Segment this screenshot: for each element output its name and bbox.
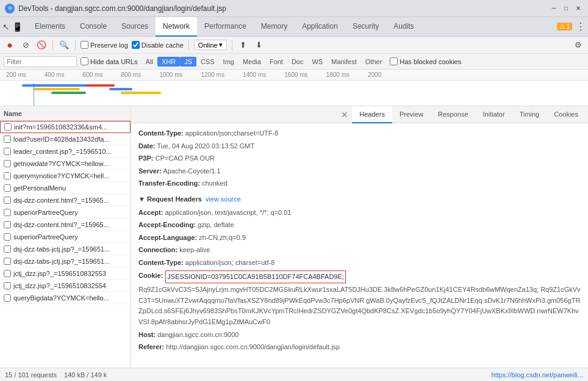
request-checkbox-0[interactable] <box>4 123 12 131</box>
filter-type-font[interactable]: Font <box>265 57 287 67</box>
tab-network[interactable]: Network <box>156 17 197 37</box>
settings-icon[interactable]: ⚙ <box>572 39 584 51</box>
req-header-content-type: Content-Type: application/json; charset=… <box>138 258 581 269</box>
export-button[interactable]: ⬇ <box>253 39 265 51</box>
has-blocked-cookies-input[interactable] <box>390 57 398 65</box>
hide-data-urls-input[interactable] <box>81 57 88 65</box>
request-item[interactable]: dsj-dzz-content.html?_=15965... <box>0 219 131 231</box>
title-bar: ⚙ DevTools - dangjian.sgcc.com.cn:9000/d… <box>0 0 588 17</box>
cursor-icon: ↖ <box>2 22 10 32</box>
request-item[interactable]: superiorPartreeQuery <box>0 231 131 243</box>
has-blocked-cookies-checkbox[interactable]: Has blocked cookies <box>390 57 461 65</box>
filter-type-other[interactable]: Other <box>361 57 387 67</box>
minimize-button[interactable]: ─ <box>549 4 559 13</box>
search-button[interactable]: 🔍 <box>58 39 70 51</box>
request-item[interactable]: getPersonalMenu <box>0 182 131 194</box>
request-checkbox-9[interactable] <box>4 233 11 241</box>
request-checkbox-2[interactable] <box>4 148 11 155</box>
request-checkbox-4[interactable] <box>4 172 11 180</box>
request-item[interactable]: querymynotice?YCYMCK=hell... <box>0 170 131 182</box>
tab-security[interactable]: Security <box>345 17 386 37</box>
hide-data-urls-checkbox[interactable]: Hide data URLs <box>81 57 138 65</box>
request-name-3: getnowdate?YCYMCK=hellow... <box>13 160 127 167</box>
tl-label-7: 1600 ms <box>284 71 307 78</box>
tab-sources[interactable]: Sources <box>114 17 156 37</box>
filter-type-js[interactable]: JS <box>180 57 196 67</box>
filter-type-all[interactable]: All <box>142 57 157 67</box>
close-details-button[interactable]: ✕ <box>337 110 352 120</box>
request-item[interactable]: getnowdate?YCYMCK=hellow... <box>0 158 131 170</box>
filter-type-manifest[interactable]: Manifest <box>327 57 361 67</box>
filter-type-img[interactable]: Img <box>219 57 238 67</box>
request-item[interactable]: dsj-dzz-tabs-jctj.jsp?_=159651... <box>0 243 131 255</box>
online-button[interactable]: Online ▾ <box>194 40 227 50</box>
request-checkbox-11[interactable] <box>4 258 11 265</box>
record-button[interactable]: ● <box>4 39 16 51</box>
request-item[interactable]: init?rn=1596510832336&sm4... <box>0 121 131 133</box>
request-checkbox-8[interactable] <box>4 221 11 228</box>
maximize-button[interactable]: □ <box>561 4 571 13</box>
request-item[interactable]: superiorPartreeQuery <box>0 206 131 219</box>
stop-button[interactable]: ⊘ <box>20 39 32 51</box>
more-options-icon[interactable]: ⋮ <box>576 21 586 32</box>
request-name-1: load?userID=4028da13432dfa... <box>13 136 127 143</box>
request-checkbox-6[interactable] <box>4 197 11 204</box>
details-tab-headers[interactable]: Headers <box>352 106 392 123</box>
request-checkbox-3[interactable] <box>4 160 11 167</box>
tl-label-9: 2000 <box>368 71 381 78</box>
req-header-host: Host: dangjian.sgcc.com.cn:9000 <box>138 330 581 341</box>
details-tab-timing[interactable]: Timing <box>512 106 547 123</box>
request-name-2: leader_content.jsp?_=1596510... <box>13 148 127 155</box>
request-item[interactable]: jctj_dzz.jsp?_=1596510832554 <box>0 280 131 292</box>
tab-memory[interactable]: Memory <box>254 17 295 37</box>
request-name-12: jctj_dzz.jsp?_=1596510832553 <box>13 270 127 277</box>
filter-input[interactable] <box>4 56 77 67</box>
request-name-7: superiorPartreeQuery <box>13 209 127 216</box>
request-item[interactable]: load?userID=4028da13432dfa... <box>0 133 131 145</box>
window-title: DevTools - dangjian.sgcc.com.cn:9000/dan… <box>18 4 549 13</box>
toolbar-divider-2 <box>75 40 76 50</box>
filter-type-ws[interactable]: WS <box>307 57 327 67</box>
filter-type-doc[interactable]: Doc <box>287 57 308 67</box>
import-button[interactable]: ⬆ <box>237 39 249 51</box>
requests-header: Name <box>0 106 131 121</box>
request-checkbox-13[interactable] <box>4 282 11 289</box>
tl-label-6: 1400 ms <box>243 71 266 78</box>
watermark-link[interactable]: https://blog.csdn.net/panweili... <box>492 371 583 379</box>
request-checkbox-10[interactable] <box>4 245 11 253</box>
close-button[interactable]: ✕ <box>573 4 583 13</box>
filter-type-xhr[interactable]: XHR <box>157 57 180 67</box>
tab-application[interactable]: Application <box>295 17 345 37</box>
preserve-log-checkbox[interactable]: Preserve log <box>81 41 128 49</box>
request-item[interactable]: dsj-dzz-content.html?_=15965... <box>0 194 131 206</box>
request-checkbox-7[interactable] <box>4 209 11 216</box>
disable-cache-checkbox[interactable]: Disable cache <box>132 41 184 49</box>
request-name-0: init?rn=1596510832336&sm4... <box>14 123 126 131</box>
details-tab-initiator[interactable]: Initiator <box>476 106 512 123</box>
request-item[interactable]: leader_content.jsp?_=1596510... <box>0 145 131 158</box>
request-item[interactable]: dsj-dzz-tabs-jctj.jsp?_=159651... <box>0 255 131 267</box>
request-item[interactable]: queryBigdata?YCYMCK=hello... <box>0 292 131 304</box>
tab-audits[interactable]: Audits <box>386 17 421 37</box>
req-header-cookie: Cookie: JSESSIONID=037951C0CA91B5B110DF7… <box>138 270 581 328</box>
details-tab-response[interactable]: Response <box>431 106 476 123</box>
request-checkbox-5[interactable] <box>4 184 11 192</box>
tab-performance[interactable]: Performance <box>197 17 254 37</box>
tab-console[interactable]: Console <box>73 17 114 37</box>
details-tab-cookies[interactable]: Cookies <box>547 106 586 123</box>
network-toolbar: ● ⊘ 🚫 🔍 Preserve log Disable cache Onlin… <box>0 37 588 54</box>
request-name-13: jctj_dzz.jsp?_=1596510832554 <box>13 282 127 289</box>
view-source-link[interactable]: view source <box>206 194 241 205</box>
disable-cache-input[interactable] <box>132 41 140 49</box>
request-checkbox-12[interactable] <box>4 270 11 277</box>
tab-elements[interactable]: Elements <box>27 17 73 37</box>
filter-type-css[interactable]: CSS <box>196 57 219 67</box>
response-header-transfer-encoding: Transfer-Encoding: chunked <box>138 178 581 189</box>
clear-button[interactable]: 🚫 <box>35 39 48 51</box>
request-checkbox-1[interactable] <box>4 136 11 143</box>
details-tab-preview[interactable]: Preview <box>392 106 431 123</box>
filter-type-media[interactable]: Media <box>238 57 265 67</box>
request-item[interactable]: jctj_dzz.jsp?_=1596510832553 <box>0 267 131 280</box>
request-checkbox-14[interactable] <box>4 294 11 302</box>
preserve-log-input[interactable] <box>81 41 88 49</box>
